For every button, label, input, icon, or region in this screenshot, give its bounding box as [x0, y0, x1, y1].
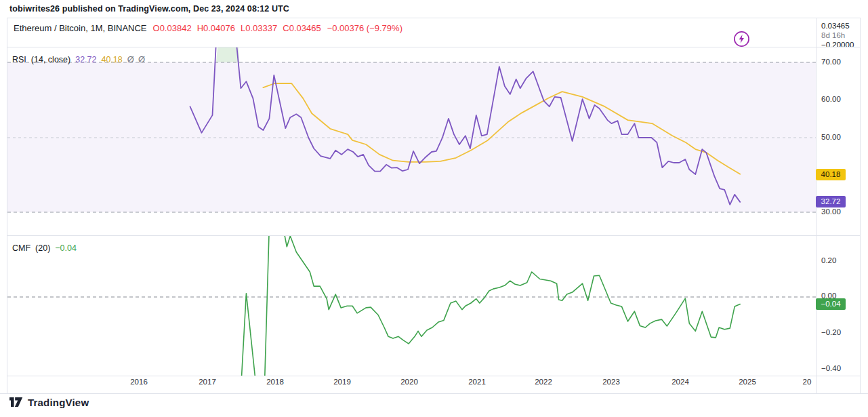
footer-separator	[0, 393, 868, 394]
cmf-indicator-name[interactable]: CMF	[12, 243, 30, 253]
rsi-value: 32.72	[75, 55, 96, 64]
last-price-label: 0.03465	[821, 22, 850, 31]
rsi-band-markers: ØØ	[127, 54, 149, 64]
attribution-text: tobiwrites26 published on TradingView.co…	[9, 4, 289, 14]
cmf-value: −0.04	[55, 243, 77, 253]
cmf-scale-neg040: −0.40	[821, 364, 841, 373]
rsi-value-badge: 32.72	[816, 196, 846, 207]
rsi-ma-badge: 40.18	[816, 169, 846, 180]
x-label-2017: 2017	[199, 378, 216, 386]
clipped-scale-label: −0.20000	[821, 41, 854, 47]
x-label-2018: 2018	[266, 378, 284, 386]
published-chart-page: tobiwrites26 published on TradingView.co…	[0, 0, 868, 417]
cmf-scale-020: 0.20	[821, 256, 836, 265]
close-value: C0.03465	[283, 23, 321, 33]
tradingview-logo-icon	[9, 397, 23, 408]
low-value: L0.03337	[241, 23, 277, 33]
x-label-2024: 2024	[671, 378, 689, 386]
rsi-indicator-params: (14, close)	[31, 55, 70, 64]
open-value: O0.03842	[153, 23, 192, 33]
cmf-indicator-params: (20)	[35, 243, 50, 253]
time-axis-border	[7, 376, 861, 376]
x-label-2023: 2023	[602, 378, 620, 386]
cmf-legend[interactable]: CMF (20) −0.04	[12, 243, 77, 253]
rsi-indicator-name[interactable]: RSI	[12, 55, 26, 64]
price-rsi-separator[interactable]	[7, 47, 861, 47]
cmf-value-badge: −0.04	[816, 298, 846, 310]
rsi-overbought-fill	[216, 47, 239, 62]
widget-left-border	[7, 18, 7, 393]
lightning-icon	[733, 31, 750, 47]
x-label-2016: 2016	[130, 378, 148, 386]
rsi-band-fill	[7, 62, 816, 212]
price-scale[interactable]: 0.03465 8d 16h −0.20000	[817, 18, 868, 47]
bar-countdown-label: 8d 16h	[821, 31, 845, 40]
change-value: −0.00376 (−9.79%)	[327, 23, 402, 33]
rsi-cmf-separator[interactable]	[7, 235, 861, 236]
symbol-title[interactable]: Ethereum / Bitcoin, 1M, BINANCE	[14, 23, 147, 33]
flash-button[interactable]	[733, 31, 750, 47]
cmf-line	[241, 218, 740, 409]
rsi-legend[interactable]: RSI (14, close) 32.72 40.18 ØØ	[12, 54, 149, 64]
x-label-2021: 2021	[468, 378, 486, 386]
x-label-2025: 2025	[739, 378, 756, 386]
symbol-legend[interactable]: Ethereum / Bitcoin, 1M, BINANCE O0.03842…	[14, 23, 402, 33]
x-label-2019: 2019	[333, 378, 351, 386]
rsi-scale-70: 70.00	[821, 58, 841, 66]
rsi-scale-60: 60.00	[821, 95, 841, 104]
widget-top-border	[7, 18, 861, 18]
x-label-2020: 2020	[400, 378, 418, 386]
rsi-ma-value: 40.18	[101, 55, 122, 64]
tradingview-brand-text: TradingView	[28, 397, 89, 408]
rsi-ma-line	[263, 83, 740, 174]
cmf-scale-neg020: −0.20	[821, 328, 841, 337]
high-value: H0.04076	[197, 23, 235, 33]
widget-right-border	[860, 18, 861, 393]
x-label-2026-clipped: 20	[803, 378, 812, 386]
rsi-scale-30: 30.00	[821, 207, 841, 216]
rsi-scale-50: 50.00	[821, 133, 841, 142]
tradingview-brand-link[interactable]: TradingView	[9, 397, 89, 408]
ohlc-values: O0.03842 H0.04076 L0.03337 C0.03465	[153, 23, 321, 33]
x-label-2022: 2022	[535, 378, 552, 386]
